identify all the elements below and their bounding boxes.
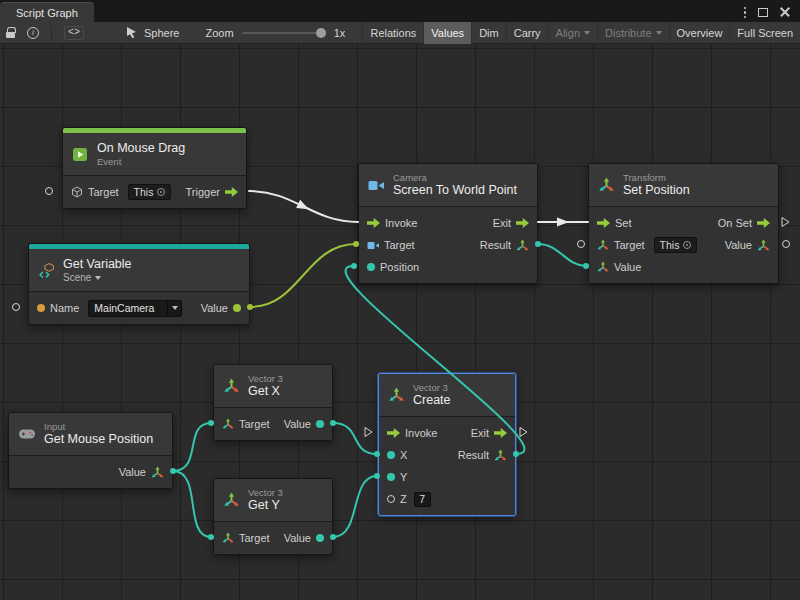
dim-button[interactable]: Dim — [471, 22, 506, 44]
wire-result-to-value[interactable] — [538, 244, 586, 266]
node-kind: Camera — [393, 172, 517, 183]
node-set-position[interactable]: Transform Set Position Set On Set — [588, 163, 779, 284]
info-icon[interactable]: i — [21, 22, 45, 44]
menu-icon[interactable] — [744, 7, 747, 19]
vector3-in-port-icon[interactable] — [367, 263, 375, 271]
flow-out-port-icon[interactable] — [757, 218, 770, 228]
wire-getx-to-create-x[interactable] — [333, 423, 377, 454]
wire-mouseposition-to-gety[interactable] — [173, 471, 211, 537]
port-row: Y — [387, 466, 507, 488]
node-title: Get Mouse Position — [44, 432, 153, 447]
zoom-value: 1x — [334, 27, 346, 39]
vector3-port-icon[interactable] — [516, 239, 529, 252]
node-get-y[interactable]: Vector 3 Get Y Target Value — [213, 478, 333, 555]
float-in-port-icon[interactable] — [387, 451, 395, 459]
tab-script-graph[interactable]: Script Graph — [0, 2, 94, 22]
values-button[interactable]: Values — [423, 22, 471, 44]
zoom-slider-handle[interactable] — [316, 28, 326, 38]
float-in-port-icon[interactable] — [387, 473, 395, 481]
wire-gety-to-create-y[interactable] — [333, 476, 377, 537]
vector3-icon — [223, 378, 240, 394]
unconnected-port[interactable] — [783, 241, 790, 248]
port-row: Set On Set — [597, 212, 770, 234]
string-in-port-icon[interactable] — [37, 304, 45, 312]
vector3-out-port-icon[interactable] — [151, 466, 164, 479]
chevron-down-icon — [95, 276, 101, 280]
this-chip[interactable]: This — [654, 237, 698, 253]
flow-in-port-icon[interactable] — [597, 218, 610, 228]
unconnected-port[interactable] — [46, 188, 53, 195]
z-value-field[interactable]: 7 — [414, 492, 431, 507]
align-button[interactable]: Align — [548, 22, 597, 44]
this-chip[interactable]: This — [128, 184, 172, 200]
port-row: Target Value — [222, 413, 324, 435]
wire-endpoint — [351, 263, 357, 269]
flow-out-port-icon[interactable] — [225, 187, 238, 197]
relations-button[interactable]: Relations — [362, 22, 423, 44]
wire-trigger-to-invoke[interactable] — [249, 191, 358, 222]
vector3-in-port-icon[interactable] — [597, 261, 609, 273]
float-out-port-icon[interactable] — [316, 534, 324, 542]
close-icon[interactable] — [780, 7, 790, 17]
overview-button[interactable]: Overview — [669, 22, 730, 44]
transform-port-icon[interactable] — [597, 239, 609, 251]
float-in-port-icon[interactable] — [387, 495, 395, 503]
zoom-slider[interactable] — [242, 32, 326, 34]
node-title: Set Position — [623, 183, 690, 198]
port-row: X Result — [387, 444, 507, 466]
trigger-port-label: Trigger — [186, 186, 220, 198]
graph-canvas[interactable]: On Mouse Drag Event Target This — [0, 44, 800, 600]
vector3-icon — [388, 387, 405, 403]
node-get-x[interactable]: Vector 3 Get X Target Value — [213, 364, 333, 441]
chevron-down-icon — [584, 31, 590, 35]
flow-out-port-icon[interactable] — [516, 218, 529, 228]
node-vector3-create[interactable]: Vector 3 Create Invoke Exit X — [378, 373, 516, 516]
node-title: Get Variable — [63, 257, 132, 272]
lock-icon[interactable] — [0, 22, 21, 44]
object-picker-icon[interactable] — [683, 241, 691, 249]
object-picker-icon[interactable] — [157, 188, 165, 196]
port-row: Invoke Exit — [367, 212, 529, 234]
code-preview-icon[interactable]: <> — [58, 22, 90, 44]
node-kind: Vector 3 — [413, 382, 451, 393]
node-get-variable[interactable]: Get Variable Scene Name MainCamera — [28, 243, 250, 325]
vector3-port-icon[interactable] — [757, 239, 770, 252]
window-controls — [744, 7, 800, 23]
flow-direction-arrow — [557, 218, 569, 227]
wire-mouseposition-to-getx[interactable] — [173, 423, 211, 471]
flow-out-port-icon[interactable] — [494, 428, 507, 438]
unconnected-port[interactable] — [13, 304, 20, 311]
wire-variable-to-target[interactable] — [250, 244, 356, 307]
distribute-button[interactable]: Distribute — [597, 22, 668, 44]
port-row: Target This Value — [597, 234, 770, 256]
variable-name-dropdown[interactable]: MainCamera — [88, 300, 182, 317]
node-screen-to-world-point[interactable]: Camera Screen To World Point Invoke Exit — [358, 163, 538, 284]
vector3-out-port-icon[interactable] — [494, 449, 507, 462]
toolbar-separator — [51, 26, 52, 40]
chevron-down-icon — [172, 306, 178, 310]
unconnected-port[interactable] — [578, 241, 585, 248]
object-out-port-icon[interactable] — [233, 304, 241, 312]
flow-in-port-icon[interactable] — [367, 218, 380, 228]
node-on-mouse-drag[interactable]: On Mouse Drag Event Target This — [62, 127, 247, 209]
flow-in-port-icon[interactable] — [387, 428, 400, 438]
vector3-icon — [223, 492, 240, 508]
port-row: Value — [597, 256, 770, 278]
full-screen-button[interactable]: Full Screen — [729, 22, 800, 44]
unconnected-flow-port[interactable] — [520, 428, 527, 437]
camera-port-icon[interactable] — [367, 240, 379, 251]
graph-toolbar: i <> Sphere Zoom 1x Relations Values Dim — [0, 22, 800, 44]
node-get-mouse-position[interactable]: Input Get Mouse Position Value — [8, 412, 173, 489]
vector3-in-port-icon[interactable] — [222, 418, 234, 430]
variable-scope-dropdown[interactable]: Scene — [63, 272, 132, 284]
port-row: Target Value — [222, 527, 324, 549]
gameobject-cube-icon[interactable] — [71, 186, 83, 198]
unconnected-flow-port[interactable] — [782, 218, 789, 227]
float-out-port-icon[interactable] — [316, 420, 324, 428]
camera-icon — [368, 178, 385, 193]
carry-button[interactable]: Carry — [506, 22, 548, 44]
node-kind: Vector 3 — [248, 487, 283, 498]
maximize-icon[interactable] — [758, 8, 768, 17]
unconnected-flow-port[interactable] — [365, 428, 372, 437]
vector3-in-port-icon[interactable] — [222, 532, 234, 544]
